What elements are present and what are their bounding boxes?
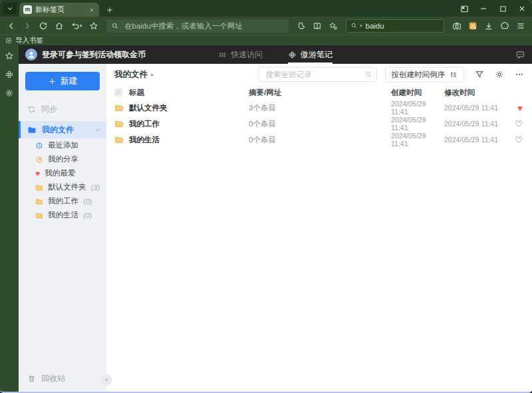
sidebar-item-my-work[interactable]: 我的工作 (0) [19,194,106,208]
view-settings-button[interactable] [495,70,504,79]
sidebar-item-recent[interactable]: 最近添加 [19,138,106,152]
favorite-page-button[interactable] [86,19,101,33]
row-modified: 2024/05/29 11:41 [444,120,515,128]
new-note-button[interactable]: 新建 [25,72,100,90]
clock-icon [35,142,43,150]
maximize-button[interactable] [497,3,509,15]
screenshot-button[interactable] [450,19,464,33]
row-title[interactable]: 默认文件夹 [129,103,249,113]
quick-search-box[interactable]: ▾ [346,19,444,33]
browser-window: m 新标签页 ▾ [0,0,532,393]
login-banner[interactable]: 登录可参与签到活动领取金币 [25,49,146,61]
extensions-button[interactable] [497,19,512,33]
sync-button[interactable]: 同步 [19,102,106,116]
camera-icon [452,21,462,31]
boss-key-layout-button[interactable] [458,3,470,15]
sidebar-item-my-shares[interactable]: 我的分享 [19,152,106,166]
notes-search-box[interactable] [259,67,377,82]
forward-button[interactable] [20,19,35,33]
search-engine-dropdown-icon[interactable]: ▾ [360,23,362,29]
table-row[interactable]: 默认文件夹 3个条目 2024/05/29 11:41 2024/05/29 1… [106,100,532,116]
sort-button[interactable]: 按创建时间倒序 [385,67,465,82]
sidebar-item-label: 我的分享 [48,154,78,164]
ellipsis-icon [515,70,524,79]
tab-list-button[interactable] [3,3,17,14]
minimize-button[interactable] [477,3,489,15]
browser-tab-newtab[interactable]: m 新标签页 [19,3,99,17]
sidebar-item-default-folder[interactable]: 默认文件夹 (3) [19,180,106,194]
reload-button[interactable] [36,19,51,33]
new-tab-button[interactable] [106,6,114,14]
browser-side-strip [0,45,19,392]
notes-search-input[interactable] [265,70,362,79]
folder-icon [27,125,37,134]
reading-mode-button[interactable] [310,19,325,33]
favorite-toggle[interactable]: ♡ [515,120,524,128]
download-icon [484,21,493,31]
new-note-label: 新建 [61,75,78,87]
table-row[interactable]: 我的工作 0个条目 2024/05/29 11:41 2024/05/29 11… [106,116,532,132]
back-button[interactable] [4,19,19,33]
table-header: ✓ 标题 摘要/网址 创建时间 修改时间 [106,85,532,100]
import-bookmarks-button[interactable]: 导入书签 [5,36,43,45]
sidebar-item-my-files[interactable]: 我的文件 [19,121,106,138]
tab-maxnote[interactable]: 傲游笔记 [288,45,332,64]
column-modified[interactable]: 修改时间 [444,88,515,98]
address-input[interactable] [123,21,284,31]
chevron-down-icon [6,5,14,13]
favorites-manager-button[interactable] [326,19,340,33]
close-button[interactable] [516,3,528,15]
folder-icon [35,211,43,219]
favorite-toggle[interactable]: ♥ [517,104,524,112]
row-summary: 0个条目 [249,119,391,129]
column-summary[interactable]: 摘要/网址 [249,88,391,98]
maxnote-sidebar-icon[interactable] [5,70,14,79]
chat-bubble-icon [515,50,525,60]
sidebar-item-my-life[interactable]: 我的生活 (0) [19,208,106,222]
undo-button[interactable]: ▾ [68,19,85,33]
tab-quick-access[interactable]: 快速访问 [218,45,263,64]
chevron-down-icon[interactable] [94,126,101,134]
import-icon [5,37,12,44]
maxnote-button[interactable] [466,19,480,33]
sidebar-item-label: 最近添加 [48,140,78,150]
tab-maxnote-label: 傲游笔记 [301,49,332,61]
sidebar-collapse-button[interactable]: « [101,374,112,385]
address-bar[interactable] [106,19,289,33]
column-title[interactable]: 标题 [129,88,249,98]
filter-button[interactable] [475,70,484,79]
row-modified: 2024/05/29 11:41 [444,136,515,144]
settings-sidebar-icon[interactable] [5,88,14,98]
avatar[interactable] [25,49,37,61]
minimize-icon [479,4,488,13]
import-bookmarks-label: 导入书签 [15,36,43,45]
breadcrumb[interactable]: 我的文件 ▸ [114,69,154,80]
favorite-toggle[interactable]: ♡ [515,136,524,144]
quick-search-input[interactable] [364,21,440,31]
favorites-sidebar-icon[interactable] [5,51,14,61]
undo-dropdown-icon[interactable]: ▾ [80,23,82,29]
feedback-button[interactable] [515,50,525,60]
search-icon [364,70,372,78]
home-button[interactable] [52,19,66,33]
item-count: (3) [91,184,100,192]
maxthon-favicon-icon: m [23,5,32,14]
hamburger-menu-icon [516,21,525,31]
sidebar-item-my-favorites[interactable]: ♥ 我的最爱 [19,166,106,180]
table-row[interactable]: 我的生活 0个条目 2024/05/29 11:41 2024/05/29 11… [106,132,532,148]
moon-icon [297,21,306,31]
more-button[interactable] [515,70,524,79]
night-mode-button[interactable] [294,19,309,33]
column-created[interactable]: 创建时间 [391,88,444,98]
main-menu-button[interactable] [513,19,528,33]
recycle-bin-button[interactable]: 回收站 [19,369,106,388]
downloads-button[interactable] [481,19,496,33]
login-text[interactable]: 登录可参与签到活动领取金币 [42,49,146,61]
row-title[interactable]: 我的工作 [129,119,249,129]
select-all-checkbox[interactable]: ✓ [114,88,122,96]
row-title[interactable]: 我的生活 [129,135,249,145]
plus-icon [106,6,114,14]
tab-close-icon[interactable] [88,7,95,13]
row-created: 2024/05/29 11:41 [391,116,444,132]
item-count: (0) [83,197,92,205]
